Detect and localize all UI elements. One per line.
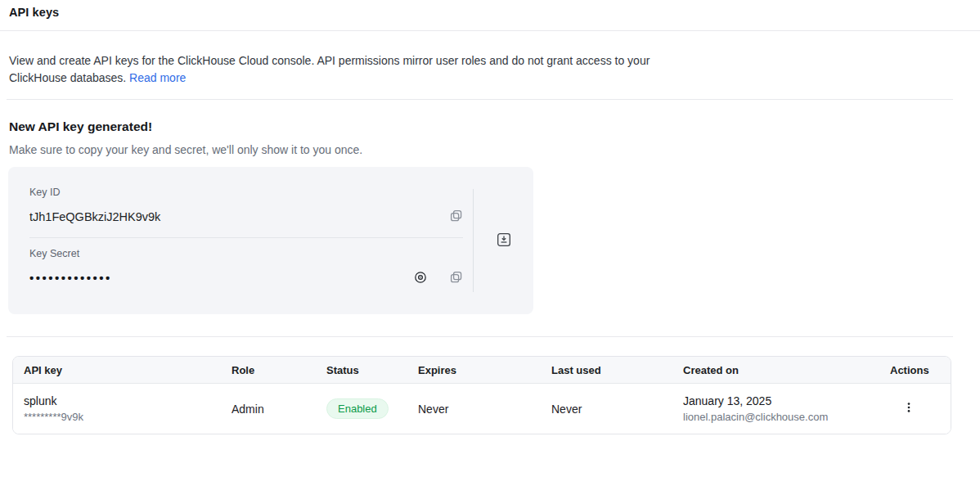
key-secret-label: Key Secret bbox=[29, 248, 463, 259]
api-key-name: splunk bbox=[24, 394, 221, 407]
row-actions-menu-button[interactable] bbox=[901, 402, 916, 416]
api-keys-page: API keys View and create API keys for th… bbox=[0, 6, 980, 477]
section-divider bbox=[0, 30, 980, 31]
key-id-value: tJh1FeQGBkziJ2HK9v9k bbox=[29, 210, 160, 223]
key-secret-masked-value: ••••••••••••• bbox=[29, 272, 112, 284]
key-secret-field: Key Secret ••••••••••••• bbox=[29, 248, 463, 286]
copy-icon bbox=[449, 270, 463, 286]
api-key-cell: splunk *********9v9k bbox=[13, 394, 221, 423]
column-header-status: Status bbox=[316, 364, 407, 376]
reveal-secret-button[interactable] bbox=[413, 271, 428, 286]
column-header-role: Role bbox=[221, 364, 316, 376]
new-key-banner-subtitle: Make sure to copy your key and secret, w… bbox=[9, 143, 980, 156]
api-key-masked: *********9v9k bbox=[24, 411, 221, 423]
key-id-label: Key ID bbox=[29, 187, 463, 198]
column-header-last-used: Last used bbox=[541, 364, 672, 376]
read-more-link[interactable]: Read more bbox=[129, 71, 186, 84]
status-cell: Enabled bbox=[316, 398, 407, 419]
created-on-cell: January 13, 2025 lionel.palacin@clickhou… bbox=[672, 394, 879, 423]
description-text: View and create API keys for the ClickHo… bbox=[9, 54, 650, 84]
copy-icon bbox=[449, 209, 463, 225]
eye-icon bbox=[414, 271, 427, 286]
page-title: API keys bbox=[9, 6, 980, 19]
key-id-field: Key ID tJh1FeQGBkziJ2HK9v9k bbox=[29, 187, 463, 225]
generated-key-card: Key ID tJh1FeQGBkziJ2HK9v9k K bbox=[8, 167, 533, 314]
created-by-email: lionel.palacin@clickhouse.com bbox=[683, 411, 879, 423]
page-description: View and create API keys for the ClickHo… bbox=[9, 52, 684, 87]
new-key-banner-title: New API key generated! bbox=[9, 119, 980, 134]
column-header-actions: Actions bbox=[879, 364, 951, 376]
section-divider bbox=[7, 336, 953, 337]
key-fields: Key ID tJh1FeQGBkziJ2HK9v9k K bbox=[8, 167, 473, 314]
status-badge: Enabled bbox=[326, 398, 389, 419]
copy-secret-button[interactable] bbox=[448, 271, 463, 286]
actions-cell bbox=[879, 402, 951, 416]
created-date: January 13, 2025 bbox=[683, 394, 879, 407]
column-header-created-on: Created on bbox=[672, 364, 879, 376]
section-divider bbox=[7, 99, 953, 100]
expires-cell: Never bbox=[407, 403, 541, 416]
copy-key-id-button[interactable] bbox=[448, 209, 463, 224]
table-row: splunk *********9v9k Admin Enabled Never… bbox=[13, 384, 951, 434]
download-icon bbox=[497, 232, 511, 250]
download-key-button[interactable] bbox=[495, 232, 513, 250]
field-divider bbox=[29, 237, 463, 238]
column-header-api-key: API key bbox=[13, 364, 221, 376]
column-header-expires: Expires bbox=[407, 364, 541, 376]
api-keys-table: API key Role Status Expires Last used Cr… bbox=[12, 356, 951, 434]
last-used-cell: Never bbox=[541, 403, 672, 416]
table-header-row: API key Role Status Expires Last used Cr… bbox=[13, 357, 951, 384]
role-cell: Admin bbox=[221, 403, 316, 416]
kebab-menu-icon bbox=[903, 402, 915, 416]
